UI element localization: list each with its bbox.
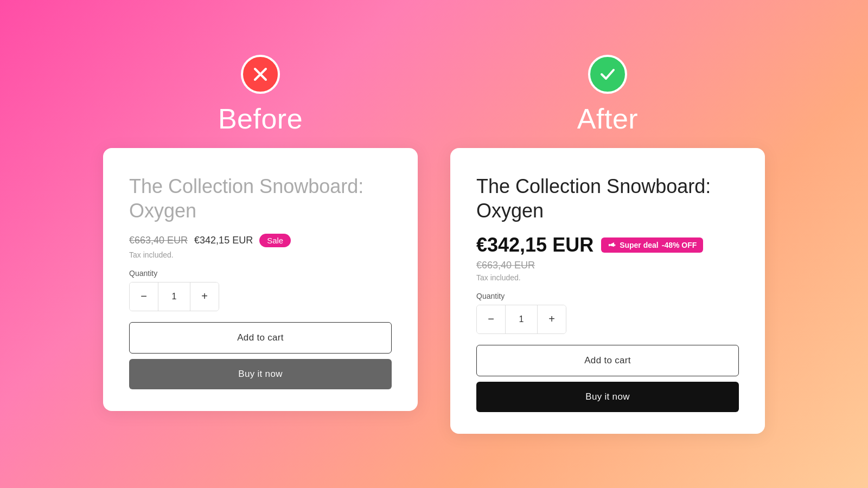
before-panel: Before The Collection Snowboard: Oxygen …: [103, 55, 418, 411]
super-deal-label: Super deal: [620, 241, 659, 249]
after-qty-plus-btn[interactable]: +: [538, 305, 566, 333]
before-qty-minus-btn[interactable]: −: [130, 282, 158, 311]
after-buy-now-button[interactable]: Buy it now: [476, 382, 739, 412]
before-quantity-control: − +: [129, 282, 219, 311]
after-qty-input[interactable]: [505, 305, 538, 333]
after-quantity-label: Quantity: [476, 292, 739, 300]
check-icon: [598, 65, 617, 84]
before-buy-now-button[interactable]: Buy it now: [129, 359, 392, 389]
before-qty-input[interactable]: [158, 282, 190, 311]
before-card: The Collection Snowboard: Oxygen €663,40…: [103, 148, 418, 411]
after-tax-text: Tax included.: [476, 273, 739, 282]
after-icon-circle: [588, 55, 627, 94]
after-add-to-cart-button[interactable]: Add to cart: [476, 345, 739, 376]
after-sale-price: €342,15 EUR: [476, 234, 593, 256]
after-original-price: €663,40 EUR: [476, 260, 739, 271]
before-sale-badge: Sale: [259, 234, 291, 247]
after-super-deal-badge: Super deal -48% OFF: [601, 237, 703, 253]
before-title: Before: [218, 102, 303, 135]
after-quantity-control: − +: [476, 305, 566, 334]
after-panel: After The Collection Snowboard: Oxygen €…: [450, 55, 765, 434]
before-quantity-label: Quantity: [129, 269, 392, 278]
after-title: After: [577, 102, 638, 135]
after-card: The Collection Snowboard: Oxygen €342,15…: [450, 148, 765, 434]
svg-point-2: [614, 244, 616, 246]
megaphone-icon: [608, 241, 616, 249]
comparison-container: Before The Collection Snowboard: Oxygen …: [81, 33, 787, 455]
x-icon: [251, 65, 270, 84]
super-deal-discount: -48% OFF: [662, 241, 697, 249]
before-qty-plus-btn[interactable]: +: [190, 282, 219, 311]
before-product-title: The Collection Snowboard: Oxygen: [129, 174, 392, 223]
before-price-row: €663,40 EUR €342,15 EUR Sale: [129, 234, 392, 247]
after-price-row: €342,15 EUR Super deal -48% OFF: [476, 234, 739, 256]
before-tax-text: Tax included.: [129, 251, 392, 259]
before-add-to-cart-button[interactable]: Add to cart: [129, 322, 392, 354]
before-original-price: €663,40 EUR: [129, 235, 188, 246]
before-sale-price: €342,15 EUR: [194, 235, 253, 246]
after-qty-minus-btn[interactable]: −: [477, 305, 505, 333]
before-icon-circle: [241, 55, 280, 94]
after-product-title: The Collection Snowboard: Oxygen: [476, 174, 739, 223]
